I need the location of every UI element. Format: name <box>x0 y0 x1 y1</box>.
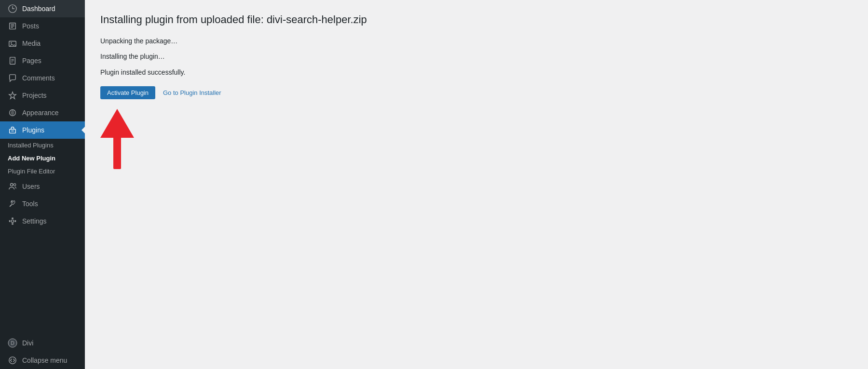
tools-icon <box>8 199 17 209</box>
sidebar-item-comments[interactable]: Comments <box>0 69 85 87</box>
sidebar-item-users-label: Users <box>22 183 40 190</box>
sidebar-item-settings-label: Settings <box>22 217 47 225</box>
sidebar-item-appearance[interactable]: Appearance <box>0 104 85 121</box>
projects-icon <box>8 91 17 100</box>
activate-plugin-button[interactable]: Activate Plugin <box>100 86 155 99</box>
svg-text:D: D <box>11 341 14 346</box>
svg-rect-18 <box>12 224 14 225</box>
sidebar-item-dashboard[interactable]: Dashboard <box>0 0 85 17</box>
sidebar-item-posts[interactable]: Posts <box>0 17 85 35</box>
plugins-submenu: Installed Plugins Add New Plugin Plugin … <box>0 139 85 178</box>
go-to-plugin-installer-link[interactable]: Go to Plugin Installer <box>163 89 221 96</box>
comments-icon <box>8 73 17 83</box>
submenu-plugin-file-editor[interactable]: Plugin File Editor <box>0 165 85 178</box>
svg-point-21 <box>11 220 14 222</box>
appearance-icon <box>8 108 17 118</box>
sidebar-item-projects[interactable]: Projects <box>0 87 85 104</box>
install-message-0: Unpacking the package… <box>100 36 853 46</box>
sidebar: Dashboard Posts Media <box>0 0 85 369</box>
sidebar-item-media[interactable]: Media <box>0 35 85 52</box>
action-row: Activate Plugin Go to Plugin Installer <box>100 86 853 99</box>
sidebar-item-plugins[interactable]: Plugins <box>0 121 85 139</box>
install-message-2: Plugin installed successfully. <box>100 67 853 78</box>
sidebar-collapse-label: Collapse menu <box>22 356 67 364</box>
sidebar-item-tools[interactable]: Tools <box>0 195 85 212</box>
sidebar-collapse[interactable]: Collapse menu <box>0 352 85 369</box>
submenu-installed-plugins[interactable]: Installed Plugins <box>0 139 85 152</box>
svg-point-15 <box>14 184 16 186</box>
sidebar-item-pages[interactable]: Pages <box>0 52 85 69</box>
svg-rect-25 <box>113 133 121 169</box>
posts-icon <box>8 21 17 31</box>
svg-point-14 <box>11 184 13 186</box>
svg-rect-17 <box>12 218 14 219</box>
sidebar-item-plugins-label: Plugins <box>22 126 44 134</box>
page-title: Installing plugin from uploaded file: di… <box>100 13 853 26</box>
sidebar-item-posts-label: Posts <box>22 22 39 30</box>
sidebar-item-comments-label: Comments <box>22 74 55 82</box>
settings-icon <box>8 216 17 226</box>
sidebar-item-tools-label: Tools <box>22 200 38 208</box>
svg-point-6 <box>11 42 12 44</box>
red-arrow-svg <box>100 109 134 171</box>
svg-marker-26 <box>100 109 134 138</box>
red-arrow-indicator <box>100 109 139 171</box>
svg-rect-20 <box>15 220 16 222</box>
divi-icon: D <box>8 338 17 348</box>
sidebar-item-projects-label: Projects <box>22 92 47 99</box>
svg-rect-19 <box>9 220 11 222</box>
sidebar-item-settings[interactable]: Settings <box>0 212 85 230</box>
dashboard-icon <box>8 4 17 13</box>
sidebar-item-users[interactable]: Users <box>0 178 85 195</box>
media-icon <box>8 39 17 48</box>
svg-line-16 <box>10 205 12 207</box>
users-icon <box>8 182 17 191</box>
sidebar-item-divi-label: Divi <box>22 339 33 347</box>
plugins-icon <box>8 125 17 135</box>
sidebar-item-pages-label: Pages <box>22 57 41 65</box>
submenu-add-new-plugin[interactable]: Add New Plugin <box>0 152 85 165</box>
main-content: Installing plugin from uploaded file: di… <box>85 0 868 369</box>
sidebar-item-dashboard-label: Dashboard <box>22 5 55 13</box>
install-message-1: Installing the plugin… <box>100 51 853 62</box>
collapse-icon <box>8 356 17 365</box>
pages-icon <box>8 56 17 66</box>
sidebar-item-appearance-label: Appearance <box>22 109 59 117</box>
sidebar-item-divi[interactable]: D Divi <box>0 334 85 352</box>
sidebar-item-media-label: Media <box>22 40 41 47</box>
